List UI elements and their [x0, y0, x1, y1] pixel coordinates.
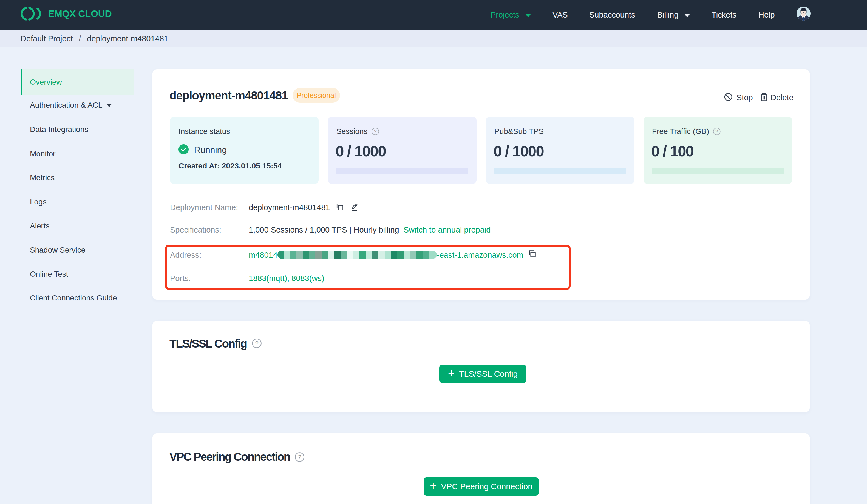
svg-text:?: ?: [298, 453, 301, 460]
svg-text:?: ?: [255, 340, 258, 347]
svg-text:?: ?: [715, 129, 718, 134]
svg-text:?: ?: [374, 129, 376, 134]
